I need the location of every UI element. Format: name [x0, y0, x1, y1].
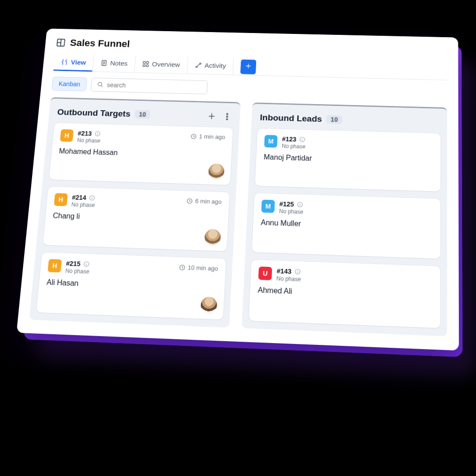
- route-icon: [194, 61, 202, 68]
- search-input[interactable]: [107, 81, 202, 91]
- card-name: Ahmed Ali: [258, 286, 432, 301]
- card-id: #213: [78, 130, 92, 137]
- tab-activity[interactable]: Activity: [187, 57, 234, 75]
- grid-icon: [142, 60, 150, 67]
- card-phase: No phase: [71, 201, 95, 208]
- tab-label: Notes: [110, 60, 128, 67]
- card-timestamp: 10 min ago: [178, 264, 218, 272]
- info-icon[interactable]: [89, 195, 96, 201]
- tab-overview[interactable]: Overview: [134, 56, 188, 73]
- card-phase: No phase: [282, 143, 306, 150]
- card-initial-badge: U: [258, 266, 272, 280]
- svg-rect-5: [146, 65, 149, 66]
- svg-point-17: [179, 265, 185, 270]
- column-header: Outbound Targets 10: [57, 107, 232, 122]
- card-name: Mohamed Hassan: [59, 147, 224, 160]
- card-initial-badge: H: [60, 129, 73, 142]
- card-id: #125: [279, 200, 294, 208]
- add-tab-button[interactable]: [240, 59, 257, 74]
- svg-point-20: [295, 269, 300, 274]
- kanban-columns: Outbound Targets 10: [29, 97, 447, 336]
- card-phase: No phase: [276, 275, 301, 283]
- svg-rect-3: [146, 61, 149, 63]
- kanban-card[interactable]: M #125 No phase Annu Muller: [252, 193, 441, 258]
- card-phase: No phase: [77, 137, 100, 144]
- svg-rect-2: [143, 61, 145, 63]
- info-icon[interactable]: [299, 136, 305, 143]
- svg-point-10: [226, 116, 228, 118]
- card-phase: No phase: [279, 208, 303, 215]
- assignee-avatar[interactable]: [204, 229, 221, 245]
- column-title: Inbound Leads: [260, 112, 322, 124]
- svg-point-9: [227, 113, 228, 115]
- column-count: 10: [135, 110, 151, 119]
- kanban-card[interactable]: M #123 No phase Manoj Partidar: [255, 128, 441, 192]
- assignee-avatar[interactable]: [200, 297, 218, 313]
- page-title-text: Sales Funnel: [70, 37, 131, 49]
- page-title: Sales Funnel: [55, 37, 447, 57]
- search-icon: [97, 81, 104, 88]
- card-name: Annu Muller: [261, 218, 433, 232]
- card-timestamp: 1 min ago: [190, 133, 225, 140]
- card-id: #143: [277, 267, 292, 275]
- card-initial-badge: M: [261, 200, 275, 213]
- view-mode-label: Kanban: [59, 80, 80, 88]
- card-id: #215: [66, 260, 80, 268]
- tab-notes[interactable]: Notes: [93, 55, 136, 73]
- tab-label: View: [71, 59, 86, 66]
- info-icon[interactable]: [83, 261, 90, 268]
- column-menu-button[interactable]: [222, 112, 232, 121]
- kanban-card[interactable]: H #215 No phase 10 min ago: [36, 252, 226, 320]
- column-title: Outbound Targets: [57, 107, 131, 119]
- clock-icon: [190, 133, 197, 139]
- plus-icon: [245, 62, 252, 71]
- card-phase: No phase: [65, 268, 90, 275]
- column-inbound-leads: Inbound Leads 10 M #123 No phase: [242, 102, 447, 336]
- svg-point-19: [298, 202, 303, 207]
- card-initial-badge: H: [54, 193, 68, 206]
- card-timestamp: 6 min ago: [186, 197, 222, 205]
- kanban-card[interactable]: H #213 No phase 1 min ago: [49, 123, 233, 185]
- add-card-button[interactable]: [207, 112, 217, 120]
- info-icon[interactable]: [294, 268, 301, 275]
- tab-view[interactable]: View: [53, 54, 94, 71]
- column-header: Inbound Leads 10: [260, 112, 439, 127]
- card-name: Manoj Partidar: [264, 153, 433, 166]
- card-name: Chang li: [53, 212, 221, 225]
- svg-point-15: [187, 198, 192, 204]
- view-mode-pill[interactable]: Kanban: [52, 77, 87, 91]
- clock-icon: [186, 198, 193, 204]
- kanban-card[interactable]: H #214 No phase 6 min ago: [43, 186, 230, 251]
- tab-label: Overview: [152, 60, 180, 68]
- card-initial-badge: M: [264, 135, 278, 148]
- card-name: Ali Hasan: [46, 278, 217, 293]
- clock-icon: [178, 264, 185, 271]
- svg-point-11: [226, 119, 228, 120]
- app-panel: Sales Funnel View Notes Overview: [16, 28, 459, 350]
- info-icon[interactable]: [94, 131, 101, 137]
- layout-board-icon: [56, 38, 66, 47]
- notes-icon: [100, 60, 108, 66]
- svg-rect-4: [143, 64, 145, 66]
- tab-label: Activity: [205, 62, 226, 70]
- adjust-icon: [61, 59, 69, 66]
- column-outbound-targets: Outbound Targets 10: [29, 97, 240, 328]
- info-icon[interactable]: [297, 201, 304, 208]
- column-count: 10: [326, 115, 342, 124]
- kanban-card[interactable]: U #143 No phase Ahmed Ali: [249, 260, 440, 328]
- svg-point-16: [84, 262, 89, 267]
- card-id: #214: [72, 194, 86, 202]
- card-initial-badge: H: [47, 259, 61, 272]
- assignee-avatar[interactable]: [208, 164, 225, 179]
- card-id: #123: [282, 135, 296, 143]
- search-box[interactable]: [91, 78, 208, 94]
